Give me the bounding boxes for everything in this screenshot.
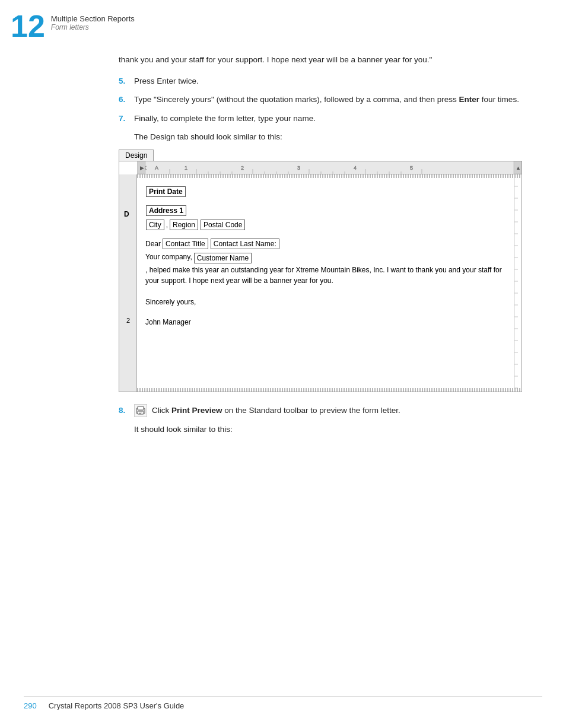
chapter-subtitle: Form letters (51, 23, 135, 31)
svg-text:2: 2 (241, 165, 244, 171)
svg-text:4: 4 (354, 165, 357, 171)
step-8-text: Click Print Preview on the Standard tool… (152, 404, 400, 417)
intro-text: thank you and your staff for your suppor… (119, 53, 542, 66)
step-8-content: Click Print Preview on the Standard tool… (134, 404, 542, 417)
body-text: , helped make this year an outstanding y… (145, 265, 513, 286)
sincerely-row: Sincerely yours, (145, 298, 513, 306)
step-8-sub-text: It should look similar to this: (134, 423, 542, 436)
region-field: Region (170, 220, 198, 230)
svg-text:▶: ▶ (140, 165, 144, 171)
right-border-ticks (514, 174, 522, 392)
svg-rect-0 (137, 161, 522, 174)
step-6-number: 6. (119, 93, 134, 106)
step-5-number: 5. (119, 75, 134, 88)
svg-text:A: A (155, 165, 158, 171)
chapter-title: Multiple Section Reports (51, 14, 135, 23)
postal-code-field: Postal Code (201, 220, 245, 230)
chapter-text: Multiple Section Reports Form letters (51, 11, 135, 31)
spacer-2 (145, 234, 513, 239)
svg-rect-50 (138, 406, 144, 410)
svg-text:3: 3 (297, 165, 300, 171)
design-body: Print Date Address 1 City , Region Posta… (137, 182, 522, 335)
footer-page-number: 290 (24, 701, 37, 710)
svg-text:▲: ▲ (516, 165, 521, 171)
zigzag-top (137, 174, 522, 178)
footer-title: Crystal Reports 2008 SP3 User's Guide (49, 701, 185, 710)
your-company-text: Your company, (145, 253, 192, 261)
svg-rect-51 (138, 411, 144, 414)
step-item-5: 5. Press Enter twice. (119, 75, 542, 88)
customer-name-field: Customer Name (194, 253, 252, 263)
dear-row: Dear Contact Title Contact Last Name: (145, 239, 513, 249)
city-region-row: City , Region Postal Code (145, 220, 513, 230)
design-container: Design X A 1 (119, 150, 542, 392)
page-header: 12 Multiple Section Reports Form letters (11, 11, 135, 42)
step-7-content: Finally, to complete the form letter, ty… (134, 112, 542, 125)
step-6-content: Type "Sincerely yours" (without the quot… (134, 93, 542, 106)
step-8-bold: Print Preview (171, 406, 222, 415)
chapter-number: 12 (11, 11, 45, 42)
address1-row: Address 1 (145, 205, 513, 216)
spacer-4 (145, 310, 513, 318)
svg-text:5: 5 (410, 165, 413, 171)
ruler-svg: X A 1 2 3 (137, 161, 522, 174)
body-row: Your company, Customer Name , helped mak… (145, 253, 513, 286)
signature-row: John Manager (145, 318, 513, 326)
comma-separator: , (166, 221, 168, 229)
svg-rect-53 (139, 413, 141, 414)
print-date-row: Print Date (145, 186, 513, 197)
section-label: D (124, 210, 129, 218)
print-preview-svg (136, 406, 145, 415)
ruler: X A 1 2 3 (137, 161, 522, 174)
print-date-field: Print Date (146, 186, 186, 197)
design-content-area: Print Date Address 1 City , Region Posta… (137, 174, 522, 392)
left-panel: D 2 (119, 174, 137, 392)
contact-last-name-field: Contact Last Name: (211, 239, 279, 249)
step-list: 5. Press Enter twice. 6. Type "Sincerely… (119, 75, 542, 125)
contact-title-field: Contact Title (163, 239, 208, 249)
step-item-8: 8. Click Print Preview on the Standard t… (119, 404, 542, 417)
spacer-1 (145, 201, 513, 205)
step-6-text: Type "Sincerely yours" (without the quot… (134, 95, 519, 104)
design-tab[interactable]: Design (119, 150, 154, 161)
step-8-inner: Click Print Preview on the Standard tool… (134, 404, 542, 417)
signature-text: John Manager (145, 318, 191, 326)
step-item-6: 6. Type "Sincerely yours" (without the q… (119, 93, 542, 106)
svg-rect-52 (139, 412, 142, 412)
city-field: City (146, 220, 164, 230)
zigzag-bottom (137, 388, 522, 392)
dear-text: Dear (145, 240, 161, 248)
sub-text: The Design tab should look similar to th… (134, 131, 542, 144)
main-content: thank you and your staff for your suppor… (119, 53, 542, 442)
svg-text:1: 1 (185, 165, 187, 171)
sincerely-text: Sincerely yours, (145, 298, 196, 306)
print-preview-icon[interactable] (134, 404, 147, 417)
step-6-bold: Enter (459, 95, 480, 104)
design-canvas: X A 1 2 3 (119, 161, 522, 392)
spacer-3 (145, 290, 513, 298)
step-5-content: Press Enter twice. (134, 75, 542, 88)
section-number: 2 (126, 317, 130, 324)
address1-field: Address 1 (146, 205, 186, 216)
step-8-number: 8. (119, 404, 134, 417)
design-tab-bar: Design (119, 150, 542, 161)
step-5-text: Press Enter twice. (134, 77, 199, 85)
page-footer: 290 Crystal Reports 2008 SP3 User's Guid… (24, 696, 542, 710)
step-item-7: 7. Finally, to complete the form letter,… (119, 112, 542, 125)
step-7-number: 7. (119, 112, 134, 125)
